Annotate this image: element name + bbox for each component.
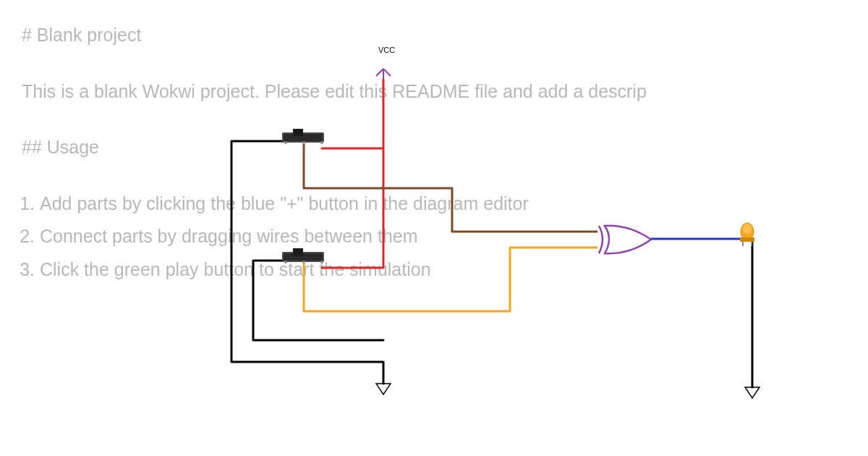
svg-point-3 xyxy=(284,141,287,144)
svg-point-10 xyxy=(302,261,305,263)
circuit-diagram[interactable] xyxy=(0,0,868,456)
wire-switch-bottom-to-xor[interactable] xyxy=(304,248,597,311)
vcc-symbol[interactable] xyxy=(376,69,391,80)
svg-point-4 xyxy=(302,141,305,144)
slide-switch-top[interactable] xyxy=(282,129,324,144)
svg-point-11 xyxy=(320,261,323,263)
wire-switch-ground-inner[interactable] xyxy=(253,261,383,340)
svg-point-13 xyxy=(743,224,752,234)
ground-left-symbol[interactable] xyxy=(376,384,391,394)
wire-switch-top-to-xor[interactable] xyxy=(304,145,597,232)
svg-point-5 xyxy=(320,141,323,144)
slide-switch-bottom[interactable] xyxy=(282,248,324,263)
xor-gate[interactable] xyxy=(599,226,651,253)
ground-right-symbol[interactable] xyxy=(745,387,760,398)
wire-vcc-to-switches[interactable] xyxy=(322,80,383,268)
vcc-label: VCC xyxy=(378,46,395,54)
svg-rect-14 xyxy=(740,237,754,242)
led[interactable] xyxy=(740,223,754,246)
svg-point-9 xyxy=(284,261,287,263)
svg-rect-2 xyxy=(293,129,303,136)
svg-rect-8 xyxy=(293,248,303,256)
